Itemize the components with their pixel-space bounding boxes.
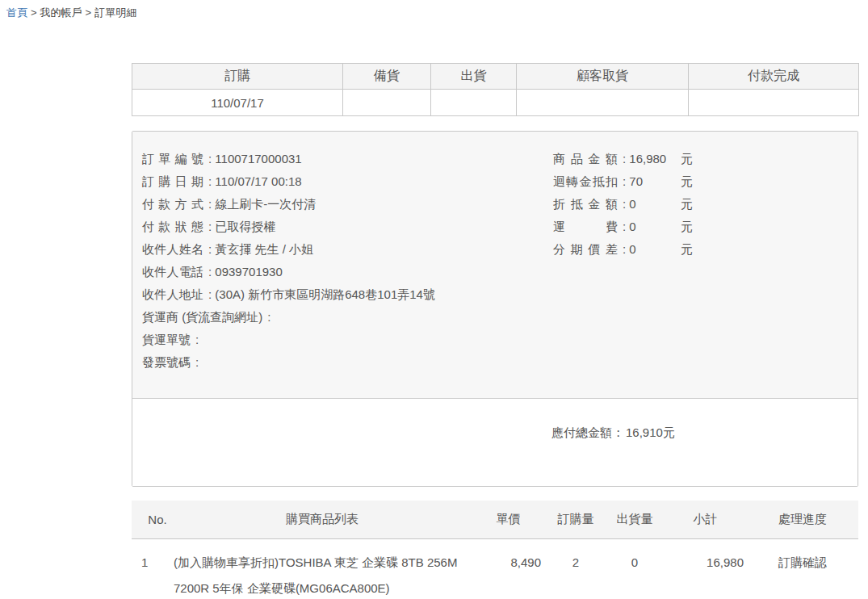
order-info-value: :	[195, 333, 199, 346]
order-progress-header-row: 訂購 備貨 出貨 顧客取貨 付款完成	[132, 64, 859, 90]
product-status: 訂購確認	[747, 539, 858, 599]
breadcrumb: 首頁>我的帳戶>訂單明細	[6, 6, 136, 20]
progress-header-ordered: 訂購	[132, 64, 343, 90]
product-table: No. 購買商品列表 單價 訂購量 出貨量 小計 處理進度 1 (加入購物車享折…	[132, 501, 858, 599]
order-amount-row: 商品金額: 16,980元	[553, 148, 693, 170]
order-info-label: 貨運單號	[142, 329, 191, 351]
product-header-unit-price: 單價	[471, 501, 546, 539]
order-info-value: : 線上刷卡-一次付清	[208, 197, 316, 211]
order-amount-label: 分期價差	[553, 238, 618, 261]
order-info-label: 貨運商 (貨流查詢網址)	[142, 306, 262, 329]
order-info-value: : (30A) 新竹市東區明湖路648巷101弄14號	[208, 287, 435, 301]
order-amount-label: 迴轉金抵扣	[553, 170, 618, 193]
progress-header-shipped: 出貨	[431, 64, 517, 90]
progress-header-paid: 付款完成	[689, 64, 859, 90]
breadcrumb-account-link[interactable]: 我的帳戶	[40, 6, 82, 19]
progress-cell-empty	[689, 90, 859, 116]
product-order-qty: 2	[546, 539, 606, 599]
breadcrumb-home-link[interactable]: 首頁	[6, 6, 27, 19]
product-header-ship-qty: 出貨量	[606, 501, 664, 539]
product-unit-price: 8,490	[471, 539, 546, 599]
order-amount-value: : 70	[623, 170, 681, 193]
order-info-row: 付款方式: 線上刷卡-一次付清	[142, 193, 858, 216]
order-amount-row: 分期價差: 0元	[553, 238, 693, 261]
order-info-value: : 已取得授權	[208, 220, 275, 233]
order-info-value: : 1100717000031	[208, 152, 302, 165]
order-amount-value: : 16,980	[623, 148, 681, 170]
breadcrumb-separator: >	[86, 6, 92, 19]
order-info-row: 訂單編號: 1100717000031	[142, 148, 858, 170]
product-header-no: No.	[132, 501, 174, 539]
progress-header-pickup: 顧客取貨	[517, 64, 689, 90]
progress-cell-empty	[431, 90, 517, 116]
order-info-value: :	[267, 310, 270, 324]
order-info-value: : 110/07/17 00:18	[208, 174, 302, 188]
order-info-row: 收件人電話: 0939701930	[142, 261, 858, 283]
progress-header-preparing: 備貨	[343, 64, 431, 90]
product-table-header-row: No. 購買商品列表 單價 訂購量 出貨量 小計 處理進度	[132, 501, 858, 539]
order-amount-row: 折抵金額: 0元	[553, 193, 693, 216]
order-amount-unit: 元	[681, 197, 693, 211]
progress-cell-empty	[517, 90, 689, 116]
order-info-row: 收件人姓名: 黃玄揮 先生 / 小姐	[142, 238, 858, 261]
order-amount-value: : 0	[623, 216, 681, 238]
order-info-row: 發票號碼:	[142, 351, 858, 374]
order-progress-table: 訂購 備貨 出貨 顧客取貨 付款完成 110/07/17	[132, 63, 859, 116]
order-amount-unit: 元	[681, 242, 693, 256]
order-info-value: : 0939701930	[208, 265, 283, 279]
product-ship-qty: 0	[606, 539, 664, 599]
order-info-label: 訂單編號	[142, 148, 203, 170]
order-info-row: 貨運單號:	[142, 329, 858, 351]
order-info-label: 發票號碼	[142, 351, 191, 374]
order-info-label: 收件人地址	[142, 283, 203, 306]
order-info-row: 訂購日期: 110/07/17 00:18	[142, 170, 858, 193]
order-info-row: 收件人地址: (30A) 新竹市東區明湖路648巷101弄14號	[142, 283, 858, 306]
product-header-name: 購買商品列表	[174, 501, 471, 539]
product-no: 1	[132, 539, 174, 599]
order-info-label: 付款方式	[142, 193, 203, 216]
order-amount-value: : 0	[623, 193, 681, 216]
breadcrumb-separator: >	[31, 6, 37, 19]
order-amount-label: 商品金額	[553, 148, 618, 170]
total-due-label: 應付總金額：	[551, 425, 624, 439]
order-info-panel: 訂單編號: 1100717000031 訂購日期: 110/07/17 00:1…	[132, 131, 858, 487]
order-amount-unit: 元	[681, 152, 693, 165]
product-subtotal: 16,980	[664, 539, 747, 599]
product-header-subtotal: 小計	[664, 501, 747, 539]
order-info-label: 收件人電話	[142, 261, 203, 283]
order-info-row: 付款狀態: 已取得授權	[142, 216, 858, 238]
order-amount-value: : 0	[623, 238, 681, 261]
order-amount-row: 運費: 0元	[553, 216, 693, 238]
total-due-section: 應付總金額：16,910元	[132, 399, 858, 486]
order-info-label: 收件人姓名	[142, 238, 203, 261]
order-info-value: :	[195, 355, 199, 369]
total-due-value: 16,910元	[626, 425, 675, 439]
order-info-left-column: 訂單編號: 1100717000031 訂購日期: 110/07/17 00:1…	[142, 148, 858, 374]
order-amount-row: 迴轉金抵扣: 70元	[553, 170, 693, 193]
order-amount-label: 運費	[553, 216, 618, 238]
product-header-order-qty: 訂購量	[546, 501, 606, 539]
order-amount-unit: 元	[681, 220, 693, 233]
order-progress-value-row: 110/07/17	[132, 90, 859, 116]
product-name-cell: (加入購物車享折扣)TOSHIBA 東芝 企業碟 8TB 256M 7200R …	[174, 539, 471, 599]
order-info-row: 貨運商 (貨流查詢網址):	[142, 306, 858, 329]
product-row: 1 (加入購物車享折扣)TOSHIBA 東芝 企業碟 8TB 256M 7200…	[132, 539, 858, 599]
order-amounts-column: 商品金額: 16,980元 迴轉金抵扣: 70元 折抵金額: 0元 運費: 0元…	[553, 148, 693, 261]
order-info-label: 訂購日期	[142, 170, 203, 193]
order-info-label: 付款狀態	[142, 216, 203, 238]
progress-cell-order-date: 110/07/17	[132, 90, 343, 116]
order-amount-unit: 元	[681, 174, 693, 188]
breadcrumb-current: 訂單明細	[94, 6, 136, 19]
product-name-link[interactable]: (加入購物車享折扣)TOSHIBA 東芝 企業碟 8TB 256M 7200R …	[174, 555, 457, 595]
progress-cell-empty	[343, 90, 431, 116]
product-header-status: 處理進度	[747, 501, 858, 539]
order-info-value: : 黃玄揮 先生 / 小姐	[208, 242, 313, 256]
order-info-top-section: 訂單編號: 1100717000031 訂購日期: 110/07/17 00:1…	[132, 132, 858, 399]
order-amount-label: 折抵金額	[553, 193, 618, 216]
